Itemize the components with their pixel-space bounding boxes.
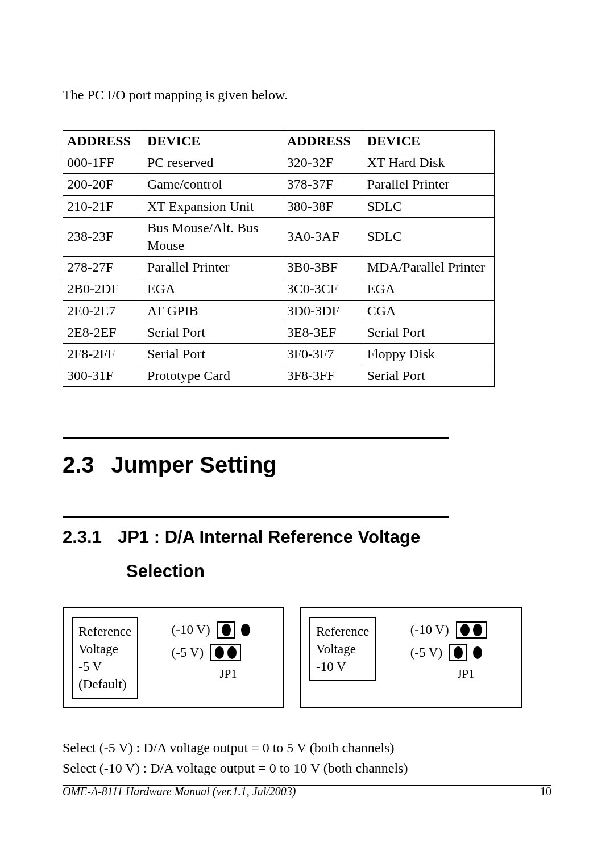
table-cell: 3E8-3EF bbox=[283, 322, 363, 343]
section-heading: 2.3Jumper Setting bbox=[63, 452, 551, 478]
jumper-closed-icon bbox=[456, 621, 487, 639]
table-row: 238-23FBus Mouse/Alt. Bus Mouse3A0-3AFSD… bbox=[63, 217, 495, 256]
table-cell: 3B0-3BF bbox=[283, 257, 363, 278]
table-cell: 380-38F bbox=[283, 195, 363, 217]
jumper-id-label: JP1 bbox=[457, 667, 474, 681]
page-footer: OME-A-8111 Hardware Manual (ver.1.1, Jul… bbox=[63, 785, 551, 798]
section-number: 2.3 bbox=[63, 452, 94, 477]
table-cell: 300-31F bbox=[63, 365, 143, 387]
table-cell: 3A0-3AF bbox=[283, 217, 363, 256]
table-cell: Serial Port bbox=[363, 322, 494, 343]
table-cell: 000-1FF bbox=[63, 152, 143, 174]
jumper-row-label: (-10 V) bbox=[172, 623, 210, 637]
col-address-2: ADDRESS bbox=[283, 131, 363, 152]
selection-explanation: Select (-5 V) : D/A voltage output = 0 t… bbox=[63, 737, 551, 778]
jumper-open-icon bbox=[449, 644, 467, 661]
table-cell: 3F0-3F7 bbox=[283, 343, 363, 365]
jumper-diagram-5v: Reference Voltage -5 V (Default) (-10 V)… bbox=[63, 607, 284, 708]
table-cell: Prototype Card bbox=[143, 365, 283, 387]
jumper-row-label: (-5 V) bbox=[172, 645, 204, 660]
table-cell: Serial Port bbox=[143, 343, 283, 365]
table-row: 2B0-2DFEGA3C0-3CFEGA bbox=[63, 278, 495, 300]
jumper-jp1-5v: (-10 V)(-5 V) JP1 bbox=[146, 617, 275, 681]
table-cell: 2E0-2E7 bbox=[63, 300, 143, 322]
table-row: 210-21FXT Expansion Unit380-38FSDLC bbox=[63, 195, 495, 217]
jumper-row: (-10 V) bbox=[410, 621, 487, 639]
table-row: 200-20FGame/control378-37FParallel Print… bbox=[63, 174, 495, 195]
jumper-open-icon bbox=[217, 621, 235, 639]
table-cell: XT Expansion Unit bbox=[143, 195, 283, 217]
table-cell: 378-37F bbox=[283, 174, 363, 195]
col-device-2: DEVICE bbox=[363, 131, 494, 152]
section-rule bbox=[63, 437, 449, 439]
table-cell: Game/control bbox=[143, 174, 283, 195]
table-cell: Floppy Disk bbox=[363, 343, 494, 365]
jumper-id-label: JP1 bbox=[219, 667, 237, 681]
table-cell: 210-21F bbox=[63, 195, 143, 217]
jumper-diagrams: Reference Voltage -5 V (Default) (-10 V)… bbox=[63, 607, 551, 708]
section-title: Jumper Setting bbox=[111, 452, 277, 477]
table-row: 2E0-2E7AT GPIB3D0-3DFCGA bbox=[63, 300, 495, 322]
table-cell: 200-20F bbox=[63, 174, 143, 195]
table-header-row: ADDRESS DEVICE ADDRESS DEVICE bbox=[63, 131, 495, 152]
subsection-title-line2: Selection bbox=[126, 561, 551, 582]
table-cell: Serial Port bbox=[143, 322, 283, 343]
table-cell: Bus Mouse/Alt. Bus Mouse bbox=[143, 217, 283, 256]
jumper-pin-icon bbox=[241, 624, 250, 636]
table-cell: XT Hard Disk bbox=[363, 152, 494, 174]
table-cell: 2F8-2FF bbox=[63, 343, 143, 365]
jumper-closed-icon bbox=[210, 644, 241, 661]
table-row: 300-31FPrototype Card3F8-3FFSerial Port bbox=[63, 365, 495, 387]
table-cell: 2E8-2EF bbox=[63, 322, 143, 343]
table-cell: Serial Port bbox=[363, 365, 494, 387]
reference-box-5v: Reference Voltage -5 V (Default) bbox=[72, 617, 138, 699]
intro-text: The PC I/O port mapping is given below. bbox=[63, 87, 551, 103]
explain-line-10v: Select (-10 V) : D/A voltage output = 0 … bbox=[63, 758, 551, 778]
table-cell: 278-27F bbox=[63, 257, 143, 278]
table-cell: Parallel Printer bbox=[143, 257, 283, 278]
table-row: 2E8-2EFSerial Port3E8-3EFSerial Port bbox=[63, 322, 495, 343]
table-cell: SDLC bbox=[363, 217, 494, 256]
footer-page-number: 10 bbox=[540, 785, 551, 798]
table-row: 278-27FParallel Printer3B0-3BFMDA/Parall… bbox=[63, 257, 495, 278]
subsection-title-line1: JP1 : D/A Internal Reference Voltage bbox=[118, 527, 420, 547]
jumper-pin-icon bbox=[473, 646, 482, 659]
table-cell: Parallel Printer bbox=[363, 174, 494, 195]
jumper-jp1-10v: (-10 V)(-5 V) JP1 bbox=[384, 617, 513, 681]
table-row: 2F8-2FFSerial Port3F0-3F7Floppy Disk bbox=[63, 343, 495, 365]
jumper-row: (-5 V) bbox=[410, 644, 487, 661]
table-cell: 238-23F bbox=[63, 217, 143, 256]
table-cell: 320-32F bbox=[283, 152, 363, 174]
table-cell: 3C0-3CF bbox=[283, 278, 363, 300]
explain-line-5v: Select (-5 V) : D/A voltage output = 0 t… bbox=[63, 737, 551, 758]
col-address-1: ADDRESS bbox=[63, 131, 143, 152]
jumper-diagram-10v: Reference Voltage -10 V (-10 V)(-5 V) JP… bbox=[300, 607, 522, 708]
table-cell: SDLC bbox=[363, 195, 494, 217]
jumper-row: (-10 V) bbox=[172, 621, 250, 639]
table-cell: EGA bbox=[143, 278, 283, 300]
table-cell: AT GPIB bbox=[143, 300, 283, 322]
io-port-table: ADDRESS DEVICE ADDRESS DEVICE 000-1FFPC … bbox=[63, 130, 495, 387]
table-cell: EGA bbox=[363, 278, 494, 300]
jumper-row: (-5 V) bbox=[172, 644, 250, 661]
reference-box-10v: Reference Voltage -10 V bbox=[309, 617, 376, 681]
table-cell: CGA bbox=[363, 300, 494, 322]
jumper-row-label: (-5 V) bbox=[410, 645, 442, 660]
subsection-heading: 2.3.1JP1 : D/A Internal Reference Voltag… bbox=[63, 527, 551, 548]
col-device-1: DEVICE bbox=[143, 131, 283, 152]
table-row: 000-1FFPC reserved320-32FXT Hard Disk bbox=[63, 152, 495, 174]
subsection-number: 2.3.1 bbox=[63, 527, 102, 547]
table-cell: 3F8-3FF bbox=[283, 365, 363, 387]
subsection-rule bbox=[63, 516, 449, 518]
table-cell: 3D0-3DF bbox=[283, 300, 363, 322]
table-cell: PC reserved bbox=[143, 152, 283, 174]
jumper-row-label: (-10 V) bbox=[410, 623, 449, 637]
footer-doc-title: OME-A-8111 Hardware Manual (ver.1.1, Jul… bbox=[63, 785, 296, 798]
table-cell: 2B0-2DF bbox=[63, 278, 143, 300]
table-cell: MDA/Parallel Printer bbox=[363, 257, 494, 278]
